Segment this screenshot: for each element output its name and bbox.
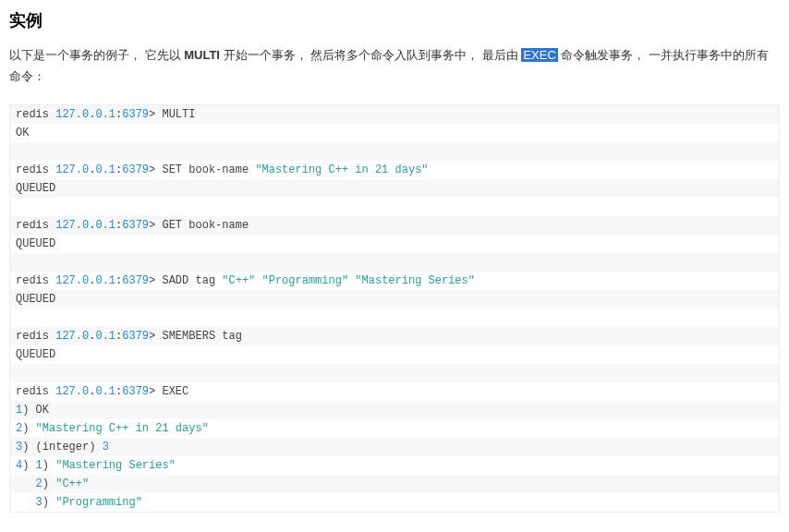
prompt-prefix: redis — [16, 163, 55, 176]
exec-keyword-highlight: EXEC — [521, 48, 557, 62]
code-block: redis 127.0.0.1:6379> MULTI OK redis 127… — [9, 104, 780, 513]
idx-nested: 1 — [36, 459, 42, 472]
out-queued: QUEUED — [16, 348, 55, 361]
code-line: redis 127.0.0.1:6379> MULTI — [10, 105, 779, 124]
out-queued: QUEUED — [16, 182, 55, 195]
val-set: "Mastering C++ in 21 days" — [255, 163, 428, 176]
intro-paragraph: 以下是一个事务的例子， 它先以 MULTI 开始一个事务， 然后将多个命令入队到… — [9, 44, 780, 88]
paren: ) — [42, 459, 55, 472]
out-ok: OK — [36, 404, 49, 417]
prompt-suffix: > — [149, 219, 162, 232]
integer-word: (integer) — [36, 441, 103, 453]
code-line: redis 127.0.0.1:6379> GET book-name — [10, 216, 779, 235]
prompt-port: 6379 — [122, 163, 149, 176]
intro-text-pre: 以下是一个事务的例子， 它先以 — [9, 48, 184, 62]
indent — [16, 478, 36, 490]
prompt-prefix: redis — [16, 385, 55, 398]
paren: ) — [22, 404, 35, 417]
code-line: redis 127.0.0.1:6379> SMEMBERS tag — [10, 327, 779, 345]
blank — [16, 200, 22, 213]
prompt-ip2: 0.1 — [95, 330, 115, 343]
blank — [16, 256, 22, 269]
prompt-suffix: > — [149, 385, 162, 398]
prompt-prefix: redis — [16, 108, 55, 121]
code-line: QUEUED — [10, 235, 779, 253]
code-line — [10, 364, 779, 382]
prompt-ip: 127.0 — [55, 274, 89, 287]
code-line: 2) "C++" — [10, 475, 779, 493]
val-cpp: "C++" — [222, 274, 255, 287]
code-line: 2) "Mastering C++ in 21 days" — [10, 419, 779, 438]
section-heading: 实例 — [9, 9, 780, 31]
prompt-port: 6379 — [122, 219, 149, 232]
paren: ) — [22, 459, 35, 472]
prompt-prefix: redis — [16, 330, 55, 343]
code-line — [10, 308, 779, 327]
prompt-ip2: 0.1 — [95, 274, 115, 287]
prompt-ip: 127.0 — [55, 219, 89, 232]
blank — [16, 311, 22, 324]
out-str: "C++" — [55, 478, 89, 490]
space — [255, 274, 261, 287]
cmd-exec: EXEC — [162, 385, 188, 398]
out-ok: OK — [16, 127, 29, 139]
cmd-set: SET book-name — [162, 163, 255, 176]
prompt-ip2: 0.1 — [95, 219, 115, 232]
prompt-port: 6379 — [122, 330, 149, 343]
out-str: "Mastering Series" — [55, 459, 176, 472]
code-line: 4) 1) "Mastering Series" — [10, 456, 779, 475]
cmd-get: GET book-name — [162, 219, 249, 232]
intro-text-mid: 开始一个事务， 然后将多个命令入队到事务中， 最后由 — [220, 48, 521, 62]
code-line — [10, 142, 779, 161]
paren: ) — [42, 478, 55, 490]
prompt-ip2: 0.1 — [95, 163, 115, 176]
code-line: QUEUED — [10, 179, 779, 198]
prompt-ip: 127.0 — [55, 108, 89, 121]
prompt-prefix: redis — [16, 219, 55, 232]
code-line: OK — [10, 124, 779, 142]
prompt-port: 6379 — [122, 108, 149, 121]
code-line: redis 127.0.0.1:6379> EXEC — [10, 382, 779, 401]
out-queued: QUEUED — [16, 293, 55, 306]
prompt-suffix: > — [149, 163, 162, 176]
prompt-suffix: > — [149, 274, 162, 287]
idx-nested: 3 — [36, 496, 42, 509]
out-queued: QUEUED — [16, 237, 55, 250]
cmd-smembers: SMEMBERS tag — [162, 330, 241, 343]
code-line — [10, 253, 779, 272]
prompt-port: 6379 — [122, 385, 149, 398]
code-line: QUEUED — [10, 290, 779, 308]
code-line: 3) "Programming" — [10, 493, 779, 512]
multi-keyword: MULTI — [184, 48, 220, 62]
int-val: 3 — [103, 441, 109, 453]
code-line: 1) OK — [10, 401, 779, 419]
indent — [16, 496, 36, 509]
val-prog: "Programming" — [262, 274, 349, 287]
code-line: redis 127.0.0.1:6379> SET book-name "Mas… — [10, 161, 779, 179]
blank — [16, 367, 22, 380]
code-line: QUEUED — [10, 345, 779, 364]
idx-nested: 2 — [36, 478, 42, 490]
code-line: 3) (integer) 3 — [10, 438, 779, 456]
prompt-ip2: 0.1 — [95, 385, 115, 398]
out-str: "Mastering C++ in 21 days" — [36, 422, 209, 435]
prompt-ip: 127.0 — [55, 163, 89, 176]
out-str: "Programming" — [55, 496, 142, 509]
paren: ) — [22, 441, 35, 453]
prompt-port: 6379 — [122, 274, 149, 287]
cmd-sadd: SADD tag — [162, 274, 222, 287]
prompt-suffix: > — [149, 108, 162, 121]
cmd-multi: MULTI — [162, 108, 195, 121]
code-line: redis 127.0.0.1:6379> SADD tag "C++" "Pr… — [10, 272, 779, 290]
paren: ) — [22, 422, 35, 435]
prompt-ip: 127.0 — [55, 385, 89, 398]
prompt-ip: 127.0 — [55, 330, 89, 343]
prompt-prefix: redis — [16, 274, 55, 287]
code-line — [10, 198, 779, 216]
paren: ) — [42, 496, 55, 509]
blank — [16, 145, 22, 158]
val-series: "Mastering Series" — [355, 274, 475, 287]
prompt-suffix: > — [149, 330, 162, 343]
prompt-ip2: 0.1 — [95, 108, 115, 121]
